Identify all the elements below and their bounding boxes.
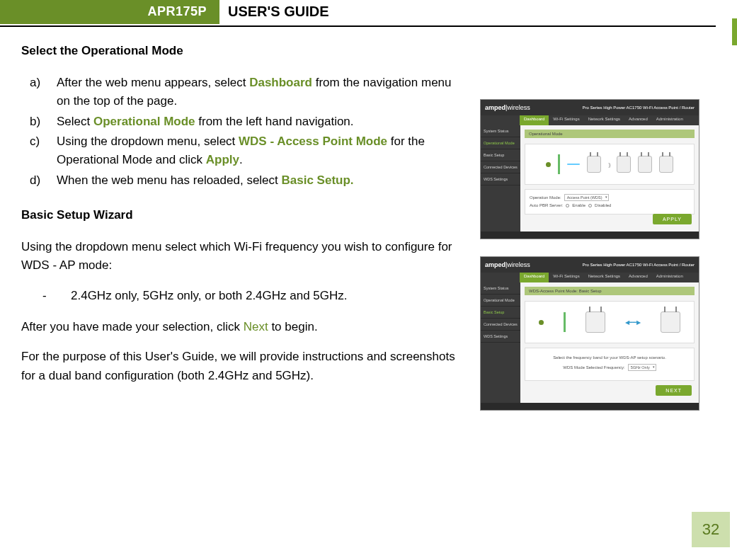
para-dual-band-note: For the purpose of this User's Guide, we… <box>21 348 460 385</box>
header-rule <box>0 25 716 27</box>
label-auto-pbr: Auto PBR Server: <box>530 203 563 207</box>
tab-wifi-settings[interactable]: Wi-Fi Settings <box>549 115 583 125</box>
sidebar: System Status Operational Mode Basic Set… <box>481 125 520 232</box>
modem-icon <box>564 312 566 332</box>
sidebar-item-system-status[interactable]: System Status <box>481 282 520 295</box>
internet-icon <box>546 162 551 167</box>
sidebar: System Status Operational Mode Basic Set… <box>481 282 520 403</box>
nav-tabs: Dashboard Wi-Fi Settings Network Setting… <box>481 273 699 282</box>
doc-header: APR175P USER'S GUIDE <box>0 0 716 24</box>
sidebar-item-basic-setup[interactable]: Basic Setup <box>481 149 520 161</box>
brand-logo: amped|wireless <box>485 261 530 268</box>
tab-administration[interactable]: Administration <box>652 273 687 282</box>
product-title: Pro Series High Power AC1750 Wi-Fi Acces… <box>583 263 695 268</box>
brand-logo: amped|wireless <box>485 104 530 111</box>
footer-bar <box>481 403 699 410</box>
tab-advanced[interactable]: Advanced <box>624 115 652 125</box>
tab-network-settings[interactable]: Network Settings <box>584 115 624 125</box>
keyword-basic-setup: Basic Setup. <box>282 173 354 187</box>
sidebar-item-connected-devices[interactable]: Connected Devices <box>481 319 520 331</box>
select-operation-mode[interactable]: Access Point (WDS) <box>564 194 609 201</box>
sidebar-item-connected-devices[interactable]: Connected Devices <box>481 161 520 173</box>
dash-marker: - <box>42 287 71 305</box>
step-marker: c) <box>30 132 57 170</box>
screenshot-operational-mode: amped|wireless Pro Series High Power AC1… <box>480 99 699 239</box>
footer-bar <box>481 232 699 239</box>
section-heading-basic-setup: Basic Setup Wizard <box>21 208 460 222</box>
radio-label: Disabled <box>595 203 611 207</box>
product-title: Pro Series High Power AC1750 Wi-Fi Acces… <box>583 105 695 110</box>
sidebar-item-wds-settings[interactable]: WDS Settings <box>481 331 520 343</box>
section-heading-operational-mode: Select the Operational Mode <box>21 44 460 58</box>
keyword-dashboard: Dashboard <box>249 76 312 89</box>
internet-icon <box>539 320 544 325</box>
tab-wifi-settings[interactable]: Wi-Fi Settings <box>549 273 583 282</box>
router-icon <box>587 156 601 173</box>
panel-title: Operational Mode <box>525 130 695 138</box>
tab-dashboard[interactable]: Dashboard <box>520 115 549 125</box>
radio-enable[interactable] <box>566 204 569 207</box>
ap-icon <box>659 156 673 173</box>
freq-options: - 2.4GHz only, 5GHz only, or both 2.4GHz… <box>42 287 460 305</box>
step-marker: d) <box>30 171 57 190</box>
step-d: d) When the web menu has reloaded, selec… <box>30 171 460 190</box>
tab-dashboard[interactable]: Dashboard <box>520 273 549 282</box>
step-b: b) Select Operational Mode from the left… <box>30 113 460 131</box>
link-arrow-icon: ◀━━▶ <box>625 319 641 326</box>
sidebar-item-operational-mode[interactable]: Operational Mode <box>481 137 520 149</box>
step-text: Select <box>57 115 93 128</box>
label-wds-frequency: WDS Mode Selected Frequency: <box>563 365 624 370</box>
freq-option: - 2.4GHz only, 5GHz only, or both 2.4GHz… <box>42 287 460 305</box>
form-panel: Operation Mode: Access Point (WDS) Auto … <box>525 189 695 215</box>
apply-button[interactable]: APPLY <box>653 214 692 224</box>
para-freq-select: Using the dropdown menu select which Wi-… <box>21 238 460 275</box>
page-number: 32 <box>692 512 730 547</box>
step-text: from the left hand navigation. <box>195 115 354 128</box>
help-tab-icon <box>732 18 737 45</box>
wifi-waves-icon: ))) <box>608 161 610 168</box>
screenshot-basic-setup: amped|wireless Pro Series High Power AC1… <box>480 256 699 411</box>
modem-icon <box>558 154 560 174</box>
form-instruction: Select the frequency band for your WDS-A… <box>530 355 690 360</box>
label-operation-mode: Operation Mode: <box>530 195 561 200</box>
ap-icon <box>638 156 652 173</box>
tab-advanced[interactable]: Advanced <box>624 273 652 282</box>
network-diagram: ◀━━▶ <box>525 301 695 343</box>
step-marker: b) <box>30 113 57 131</box>
router-icon <box>585 312 605 333</box>
step-text: When the web menu has reloaded, select <box>57 173 282 187</box>
radio-disabled[interactable] <box>588 204 592 207</box>
step-text: . <box>239 153 243 166</box>
keyword-next: Next <box>244 320 268 333</box>
keyword-apply: Apply <box>206 153 239 166</box>
freq-option-text: 2.4GHz only, 5GHz only, or both 2.4GHz a… <box>71 287 348 305</box>
sidebar-item-system-status[interactable]: System Status <box>481 125 520 137</box>
tab-administration[interactable]: Administration <box>652 115 687 125</box>
keyword-wds-ap-mode: WDS - Access Point Mode <box>239 135 387 148</box>
step-marker: a) <box>30 74 57 111</box>
select-wds-frequency[interactable]: 5GHz Only <box>628 364 656 371</box>
step-c: c) Using the dropdown menu, select WDS -… <box>30 132 460 170</box>
para-click-next: After you have made your selection, clic… <box>21 318 460 336</box>
model-badge: APR175P <box>0 0 219 24</box>
step-text: Using the dropdown menu, select <box>57 135 239 148</box>
sidebar-item-operational-mode[interactable]: Operational Mode <box>481 295 520 307</box>
radio-label: Enable <box>572 203 585 207</box>
step-text: After the web menu appears, select <box>57 76 249 89</box>
para-text: to begin. <box>268 320 318 333</box>
network-diagram: ))) <box>525 144 695 185</box>
sidebar-item-basic-setup[interactable]: Basic Setup <box>481 307 520 319</box>
ap-icon <box>661 312 680 333</box>
form-panel: Select the frequency band for your WDS-A… <box>525 348 695 381</box>
step-a: a) After the web menu appears, select Da… <box>30 74 460 111</box>
sidebar-item-wds-settings[interactable]: WDS Settings <box>481 173 520 185</box>
guide-title: USER'S GUIDE <box>219 0 338 24</box>
next-button[interactable]: NEXT <box>656 385 692 396</box>
tab-network-settings[interactable]: Network Settings <box>584 273 624 282</box>
panel-title: WDS-Access Point Mode: Basic Setup <box>525 287 695 295</box>
keyword-operational-mode: Operational Mode <box>93 115 195 128</box>
ap-icon <box>617 156 631 173</box>
nav-tabs: Dashboard Wi-Fi Settings Network Setting… <box>481 115 699 125</box>
steps-list: a) After the web menu appears, select Da… <box>30 74 460 190</box>
para-text: After you have made your selection, clic… <box>21 320 244 333</box>
